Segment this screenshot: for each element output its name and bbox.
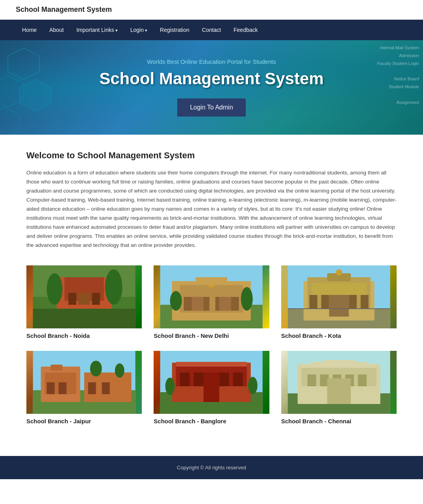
- svg-point-26: [170, 291, 182, 311]
- svg-rect-59: [219, 372, 229, 386]
- svg-point-12: [105, 269, 122, 305]
- nav-important-links[interactable]: Important Links: [70, 20, 124, 40]
- svg-marker-0: [8, 48, 39, 80]
- branch-noida: School Branch - Noida: [26, 265, 142, 339]
- svg-rect-49: [102, 382, 110, 394]
- branch-banglore-label: School Branch - Banglore: [154, 418, 269, 424]
- nav-about[interactable]: About: [43, 20, 70, 40]
- svg-rect-34: [309, 295, 317, 309]
- branch-chennai-image: [281, 351, 397, 414]
- nav-registration[interactable]: Registration: [154, 20, 196, 40]
- svg-rect-62: [176, 362, 247, 367]
- svg-point-51: [90, 361, 102, 376]
- svg-rect-10: [78, 293, 90, 305]
- svg-rect-9: [92, 293, 100, 305]
- branch-banglore-image: [154, 351, 269, 414]
- hero-right-labels: Internal Mail System Admission Faculty S…: [377, 44, 419, 107]
- svg-point-11: [47, 273, 63, 305]
- branch-noida-label: School Branch - Noida: [26, 332, 142, 339]
- svg-rect-74: [327, 378, 351, 404]
- branch-jaipur-label: School Branch - Jaipur: [26, 418, 142, 424]
- svg-rect-38: [329, 295, 349, 317]
- svg-rect-50: [51, 365, 63, 371]
- svg-rect-23: [219, 297, 231, 311]
- svg-rect-57: [180, 372, 190, 386]
- svg-rect-37: [360, 295, 368, 309]
- branch-newdelhi: School Branch - New Delhi: [154, 265, 269, 339]
- hero-content: Worlds Best Online Education Portal for …: [99, 58, 323, 116]
- branch-banglore: School Branch - Banglore: [154, 351, 269, 424]
- footer-text: Copyright © All rights reserved: [177, 465, 246, 471]
- hero-section: Worlds Best Online Education Portal for …: [0, 40, 423, 135]
- svg-rect-48: [88, 382, 96, 394]
- nav-contact[interactable]: Contact: [196, 20, 227, 40]
- branch-chennai-label: School Branch - Chennai: [281, 418, 397, 424]
- main-content: Welcome to School Management System Onli…: [15, 135, 408, 456]
- branch-kota: School Branch - Kota: [281, 265, 397, 339]
- branch-grid: School Branch - Noida: [26, 265, 397, 424]
- svg-rect-35: [321, 295, 329, 309]
- svg-rect-47: [59, 382, 67, 394]
- svg-rect-39: [311, 283, 366, 295]
- svg-point-63: [165, 378, 175, 395]
- branch-jaipur: School Branch - Jaipur: [26, 351, 142, 424]
- svg-point-52: [115, 363, 124, 378]
- welcome-title: Welcome to School Management System: [26, 150, 397, 161]
- branch-noida-image: [26, 265, 142, 328]
- nav-login-label[interactable]: Login: [124, 20, 154, 40]
- svg-rect-60: [233, 372, 243, 386]
- hero-title: School Management System: [99, 69, 323, 89]
- site-title: School Management System: [16, 6, 112, 13]
- branch-newdelhi-label: School Branch - New Delhi: [154, 332, 269, 339]
- svg-rect-61: [204, 372, 219, 402]
- svg-rect-25: [196, 277, 227, 285]
- svg-rect-13: [33, 309, 135, 328]
- svg-marker-3: [0, 107, 20, 135]
- hex-decoration-left: [0, 40, 79, 135]
- svg-rect-8: [69, 293, 76, 305]
- nav-feedback[interactable]: Feedback: [227, 20, 264, 40]
- svg-rect-46: [47, 382, 55, 394]
- login-to-admin-button[interactable]: Login To Admin: [177, 98, 245, 117]
- svg-marker-2: [20, 80, 51, 111]
- svg-rect-77: [323, 360, 354, 364]
- nav-home[interactable]: Home: [16, 20, 43, 40]
- welcome-text: Online education is a form of education …: [26, 169, 397, 250]
- branch-jaipur-image: [26, 351, 142, 414]
- branch-kota-image: [281, 265, 397, 328]
- svg-point-27: [241, 287, 253, 311]
- site-header: School Management System: [0, 0, 423, 20]
- branch-kota-label: School Branch - Kota: [281, 332, 397, 339]
- branch-chennai: School Branch - Chennai: [281, 351, 397, 424]
- svg-point-33: [336, 269, 342, 276]
- main-nav: Home About Important Links Login Registr…: [0, 20, 423, 40]
- svg-point-64: [248, 377, 258, 394]
- site-footer: Copyright © All rights reserved: [0, 456, 423, 479]
- nav-login[interactable]: Login: [124, 20, 154, 40]
- svg-rect-22: [192, 297, 204, 311]
- hero-tagline: Worlds Best Online Education Portal for …: [99, 58, 323, 65]
- svg-rect-73: [358, 374, 366, 386]
- svg-rect-36: [349, 295, 356, 309]
- nav-important-links-label[interactable]: Important Links: [70, 20, 124, 40]
- branch-newdelhi-image: [154, 265, 269, 328]
- svg-rect-58: [194, 372, 204, 386]
- svg-rect-69: [307, 374, 316, 386]
